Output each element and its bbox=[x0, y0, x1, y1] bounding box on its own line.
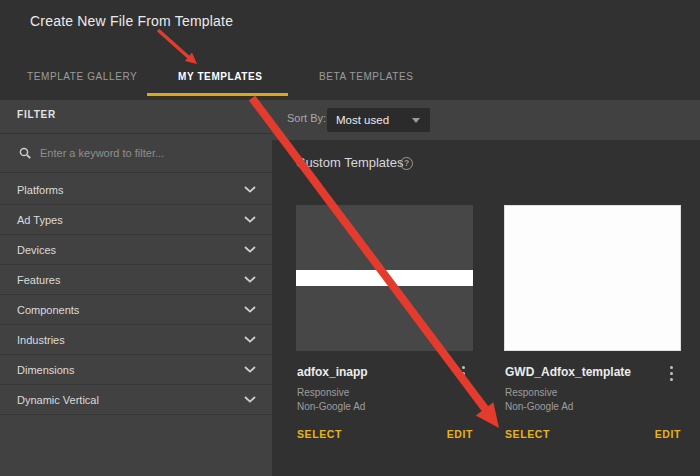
template-thumbnail[interactable] bbox=[504, 205, 681, 351]
filter-row-ad-types[interactable]: Ad Types bbox=[0, 205, 272, 235]
thumbnail-stripe bbox=[296, 270, 473, 286]
filter-row-components[interactable]: Components bbox=[0, 295, 272, 325]
chevron-down-icon bbox=[244, 276, 256, 283]
kebab-menu-icon[interactable] bbox=[455, 363, 471, 383]
tab-template-gallery[interactable]: TEMPLATE GALLERY bbox=[27, 71, 137, 82]
chevron-down-icon bbox=[244, 186, 256, 193]
sort-by-label: Sort By: bbox=[287, 112, 326, 124]
filter-row-dimensions[interactable]: Dimensions bbox=[0, 355, 272, 385]
filter-row-devices[interactable]: Devices bbox=[0, 235, 272, 265]
edit-button[interactable]: EDIT bbox=[655, 428, 681, 440]
create-new-file-dialog: Create New File From Template TEMPLATE G… bbox=[0, 0, 700, 476]
template-card-adfox-inapp: adfox_inapp Responsive Non-Google Ad SEL… bbox=[296, 205, 473, 445]
template-card-gwd-adfox-template: GWD_Adfox_template Responsive Non-Google… bbox=[504, 205, 681, 445]
kebab-menu-icon[interactable] bbox=[663, 363, 679, 383]
page-title: Create New File From Template bbox=[30, 13, 233, 29]
search-icon bbox=[19, 147, 31, 159]
filter-header: FILTER bbox=[17, 109, 56, 120]
edit-button[interactable]: EDIT bbox=[447, 428, 473, 440]
chevron-down-icon bbox=[244, 336, 256, 343]
chevron-down-icon bbox=[244, 216, 256, 223]
select-button[interactable]: SELECT bbox=[505, 428, 550, 440]
help-icon[interactable]: ? bbox=[400, 157, 413, 170]
filter-row-platforms[interactable]: Platforms bbox=[0, 175, 272, 205]
sort-toolbar: Sort By: Most used bbox=[272, 100, 700, 140]
annotation-arrow-to-my-templates-tab bbox=[158, 30, 197, 64]
chevron-down-icon bbox=[244, 366, 256, 373]
filter-sidebar: FILTER Platforms Ad Types Devices bbox=[0, 100, 272, 476]
template-title: adfox_inapp bbox=[297, 365, 447, 379]
divider bbox=[0, 172, 272, 173]
section-title: Custom Templates bbox=[296, 155, 403, 170]
template-title: GWD_Adfox_template bbox=[505, 365, 655, 379]
select-button[interactable]: SELECT bbox=[297, 428, 342, 440]
sort-dropdown-value: Most used bbox=[336, 114, 389, 126]
template-adtype-label: Non-Google Ad bbox=[505, 401, 573, 412]
template-responsive-label: Responsive bbox=[297, 387, 349, 398]
filter-row-industries[interactable]: Industries bbox=[0, 325, 272, 355]
active-tab-underline bbox=[147, 93, 288, 96]
dropdown-caret-icon bbox=[412, 118, 420, 123]
filter-row-features[interactable]: Features bbox=[0, 265, 272, 295]
filter-search-row bbox=[0, 134, 272, 172]
filter-row-dynamic-vertical[interactable]: Dynamic Vertical bbox=[0, 385, 272, 415]
chevron-down-icon bbox=[244, 396, 256, 403]
template-thumbnail[interactable] bbox=[296, 205, 473, 351]
template-responsive-label: Responsive bbox=[505, 387, 557, 398]
tab-my-templates[interactable]: MY TEMPLATES bbox=[178, 71, 263, 82]
filter-category-list: Platforms Ad Types Devices Features Comp… bbox=[0, 175, 272, 415]
sort-dropdown[interactable]: Most used bbox=[327, 108, 430, 132]
template-adtype-label: Non-Google Ad bbox=[297, 401, 365, 412]
chevron-down-icon bbox=[244, 246, 256, 253]
tab-beta-templates[interactable]: BETA TEMPLATES bbox=[319, 71, 414, 82]
filter-search-input[interactable] bbox=[40, 147, 250, 159]
chevron-down-icon bbox=[244, 306, 256, 313]
